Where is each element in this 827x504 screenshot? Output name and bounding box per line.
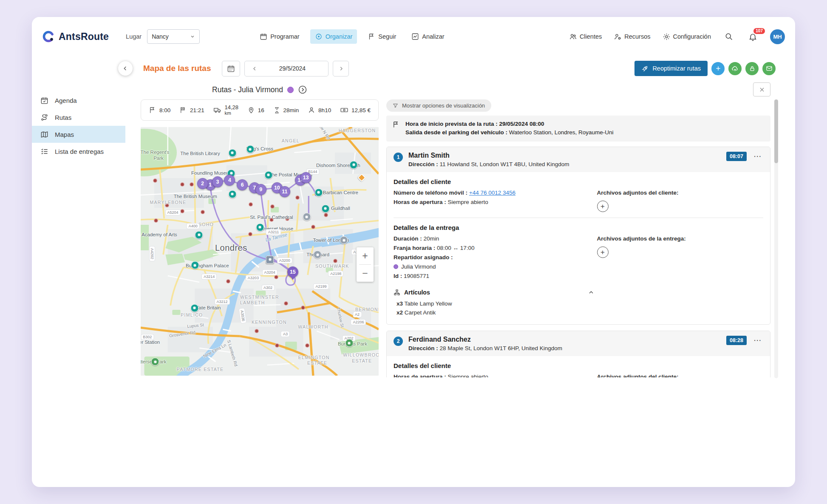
lock-button[interactable] <box>745 62 759 75</box>
route-title: Rutas - Julia Virmond <box>212 85 283 94</box>
time-window-row: Franja horaria : 08:00 ↔ 17:00 <box>394 245 597 251</box>
stat-value: 8:00 <box>159 107 170 113</box>
options-row: Mostrar opciones de visualización <box>386 99 770 112</box>
delivery-attachments: Archivos adjuntos de la entrega: + <box>597 235 764 282</box>
flag-icon <box>368 33 375 40</box>
nav-item-clientes[interactable]: Clientes <box>568 30 603 43</box>
map-traffic-dot-icon <box>255 329 258 332</box>
map-stop-marker[interactable]: 6 <box>237 179 248 190</box>
nav-item-seguir[interactable]: Seguir <box>363 29 401 44</box>
stop-menu-button[interactable]: ⋯ <box>753 336 763 344</box>
reoptimize-routes-button[interactable]: Reoptimizar rutas <box>634 61 708 76</box>
sidebar-item-lista-de-entregas[interactable]: Lista de entregas <box>32 143 125 160</box>
nav-item-programar[interactable]: Programar <box>255 29 304 44</box>
map-label: Battersea Power Station <box>141 340 160 345</box>
avatar[interactable]: MH <box>770 29 785 44</box>
close-panel-button[interactable] <box>753 82 770 96</box>
stop-customer-name: Martin Smith <box>408 152 569 159</box>
add-client-attachment-button[interactable]: + <box>597 201 609 212</box>
map-traffic-dot-icon <box>275 275 278 278</box>
chevron-left-icon <box>252 65 258 72</box>
delivery-details-left: Duración : 20min Franja horaria : 08:00 … <box>394 235 597 282</box>
next-day-button[interactable] <box>333 61 349 76</box>
stop-header-right: 08:28 ⋯ <box>726 336 763 345</box>
previous-day-button[interactable] <box>249 65 261 72</box>
map-label: WILLOWBROOK <box>343 352 379 357</box>
article-item: x3 Table Lamp Yellow <box>397 300 763 307</box>
map[interactable]: LondresLa TamiseANGELHAGGERSTONMARYLEBON… <box>141 127 379 376</box>
stat-driver-time: 8h10 <box>308 106 331 114</box>
add-button[interactable] <box>711 62 725 75</box>
map-stop-marker[interactable]: 13 <box>300 172 312 183</box>
route-start-line: Hora de inicio prevista de la ruta : 29/… <box>405 120 613 128</box>
notifications-button[interactable]: 107 <box>746 32 760 42</box>
map-stop-marker[interactable]: 11 <box>279 186 290 197</box>
stop-menu-button[interactable]: ⋯ <box>753 152 763 160</box>
calendar-button[interactable] <box>222 61 240 76</box>
nav-item-organizar[interactable]: Organizar <box>310 29 357 44</box>
truck-icon <box>213 106 222 114</box>
sidebar-item-rutas[interactable]: Rutas <box>32 109 125 126</box>
collapse-articles-button[interactable] <box>585 289 597 296</box>
sidebar-item-mapas[interactable]: Mapas <box>32 126 125 143</box>
map-poi-icon <box>228 149 236 157</box>
stop-header[interactable]: 2 Ferdinand Sanchez Dirección : 28 Maple… <box>387 331 770 356</box>
map-label: A2199 <box>314 284 328 289</box>
map-stop-marker[interactable]: 15 <box>287 266 298 277</box>
calendar-icon <box>260 33 267 40</box>
map-stop-marker[interactable]: 2 <box>197 178 208 189</box>
stat-value: 8h10 <box>318 107 331 113</box>
map-label: SOHO <box>198 222 214 227</box>
add-delivery-attachment-button[interactable]: + <box>597 246 609 258</box>
nav-item-analizar[interactable]: Analizar <box>407 29 449 44</box>
stop-customer-name: Ferdinand Sanchez <box>408 336 562 343</box>
nav-item-recursos[interactable]: Recursos <box>613 30 651 43</box>
stop-card: 1 Martin Smith Dirección : 11 Howland St… <box>386 147 770 325</box>
panel-scrollbar-thumb[interactable] <box>774 99 778 163</box>
map-stop-marker[interactable]: 3 <box>212 176 223 187</box>
search-icon <box>725 32 733 41</box>
upload-button[interactable] <box>728 62 742 75</box>
map-traffic-dot-icon <box>324 214 327 217</box>
date-navigator: 29/5/2024 <box>244 61 329 76</box>
opening-hours-row: Horas de apertura : Siempre abierto <box>394 199 597 205</box>
nav-item-configuracion[interactable]: Configuración <box>662 30 712 43</box>
client-details-title: Detalles del cliente <box>394 362 763 369</box>
route-departure-line: Salida desde el parking del vehículo : W… <box>405 128 613 137</box>
map-stop-marker[interactable]: 4 <box>224 175 235 186</box>
search-button[interactable] <box>722 32 736 41</box>
stat-distance: 14,28 km <box>213 105 239 116</box>
map-label: ESTATE <box>307 360 327 365</box>
map-traffic-dot-icon <box>249 232 252 235</box>
zoom-in-button[interactable]: + <box>357 247 374 264</box>
stat-cost: 12,85 € <box>340 106 371 114</box>
map-traffic-dot-icon <box>286 217 289 220</box>
lock-icon <box>749 65 756 72</box>
stop-header[interactable]: 1 Martin Smith Dirección : 11 Howland St… <box>387 147 770 172</box>
stat-value: 12,85 € <box>351 107 371 113</box>
place-dropdown[interactable]: Nancy <box>147 29 200 44</box>
collapse-sidebar-button[interactable] <box>118 61 133 76</box>
nav-label: Organizar <box>326 33 353 40</box>
client-attachments: Archivos adjuntos del cliente: + <box>597 374 764 378</box>
zoom-out-button[interactable]: − <box>357 265 374 282</box>
sidebar-item-label: Rutas <box>55 114 71 121</box>
map-label: A3 <box>281 331 289 337</box>
display-options-button[interactable]: Mostrar opciones de visualización <box>386 99 491 112</box>
panel-scrollbar[interactable] <box>774 99 778 378</box>
client-attachments-label: Archivos adjuntos del cliente: <box>597 374 764 378</box>
next-route-button[interactable] <box>298 85 307 94</box>
map-poi-icon <box>266 255 274 263</box>
stat-value: 14,28 km <box>225 105 239 116</box>
map-zoom-control: + − <box>357 247 374 282</box>
map-poi-icon <box>350 161 358 169</box>
stop-time-badge: 08:28 <box>726 336 747 345</box>
sidebar-item-agenda[interactable]: Agenda <box>32 92 125 109</box>
map-stop-marker[interactable]: 9 <box>255 184 266 195</box>
stop-body: Detalles del cliente Número de teléfono … <box>387 178 770 324</box>
map-traffic-dot-icon <box>334 259 337 262</box>
map-label: Lupus St <box>187 322 204 328</box>
phone-link[interactable]: +44 76 0012 3456 <box>469 190 515 196</box>
flag-icon <box>392 121 400 128</box>
email-button[interactable] <box>762 62 776 75</box>
